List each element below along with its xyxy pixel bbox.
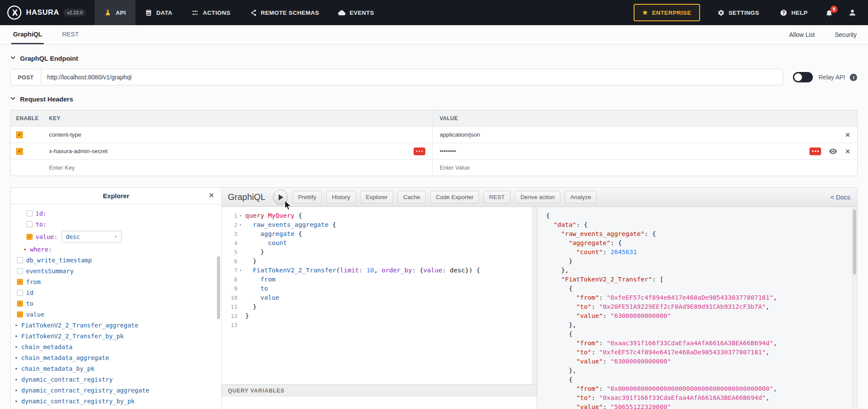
- tab-graphiql[interactable]: GraphiQL: [11, 25, 44, 44]
- explorer-label[interactable]: db_write_timestamp: [26, 257, 92, 264]
- enterprise-button[interactable]: ★ ENTERPRISE: [634, 4, 700, 21]
- toolbar-button-rest[interactable]: REST: [483, 191, 510, 203]
- allow-list-link[interactable]: Allow List: [789, 31, 815, 38]
- header-value[interactable]: application/json: [440, 131, 480, 138]
- secret-chip-icon[interactable]: [414, 147, 425, 155]
- explorer-label[interactable]: where:: [30, 246, 52, 253]
- response-scrollbar-thumb[interactable]: [853, 209, 856, 275]
- expand-arrow-icon[interactable]: ▸: [13, 376, 20, 382]
- security-link[interactable]: Security: [835, 31, 857, 38]
- explorer-scrollbar-thumb[interactable]: [217, 256, 220, 319]
- explorer-item-FiatTokenV2_2_Transfer_aggregate[interactable]: ▸FiatTokenV2_2_Transfer_aggregate: [11, 320, 221, 330]
- explorer-checkbox[interactable]: [17, 268, 23, 274]
- explorer-item-dynamic_contract_registry_aggregate[interactable]: ▸dynamic_contract_registry_aggregate: [11, 385, 221, 396]
- explorer-label[interactable]: value: [26, 311, 44, 318]
- user-menu-button[interactable]: [842, 5, 863, 20]
- explorer-tree[interactable]: id:to:✓value:desc▾▸where:db_write_timest…: [11, 204, 221, 409]
- explorer-label[interactable]: id: [26, 289, 33, 296]
- explorer-label[interactable]: to:: [36, 221, 46, 228]
- query-variables-editor[interactable]: [222, 397, 537, 409]
- explorer-label[interactable]: dynamic_contract_registry_by_pk: [21, 398, 135, 405]
- expand-arrow-icon[interactable]: ▸: [13, 366, 20, 371]
- expand-arrow-icon[interactable]: ▸: [13, 322, 20, 328]
- expand-arrow-icon[interactable]: ▸: [13, 333, 20, 339]
- explorer-checkbox[interactable]: ✓: [17, 301, 23, 307]
- response-scrollbar[interactable]: [852, 207, 857, 409]
- explorer-checkbox[interactable]: ✓: [17, 279, 23, 285]
- endpoint-url-input[interactable]: [41, 69, 783, 85]
- help-button[interactable]: HELP: [770, 9, 817, 16]
- header-key[interactable]: x-hasura-admin-secret: [49, 148, 108, 154]
- explorer-item-to[interactable]: to:: [11, 219, 221, 229]
- explorer-checkbox[interactable]: [17, 290, 23, 296]
- expand-arrow-icon[interactable]: ▸: [13, 355, 20, 360]
- expand-arrow-icon[interactable]: ▸: [22, 246, 28, 252]
- explorer-item-from[interactable]: ✓from: [11, 276, 221, 287]
- header-value-masked[interactable]: ••••••••: [440, 148, 456, 154]
- enum-select[interactable]: desc▾: [62, 231, 122, 242]
- explorer-item-dynamic_contract_registry[interactable]: ▸dynamic_contract_registry: [11, 374, 221, 385]
- toolbar-button-prettify[interactable]: Prettify: [293, 191, 322, 203]
- explorer-checkbox[interactable]: ✓: [26, 234, 33, 240]
- query-editor[interactable]: 1▾2▾34567▾8910111213 query MyQuery { raw…: [222, 207, 537, 384]
- explorer-label[interactable]: chain_metadata_by_pk: [21, 365, 95, 372]
- explorer-item-eventsSummary[interactable]: eventsSummary: [11, 265, 221, 276]
- query-variables-bar[interactable]: QUERY VARIABLES: [222, 384, 537, 397]
- secret-chip-icon[interactable]: [809, 147, 821, 155]
- explorer-label[interactable]: chain_metadata: [21, 344, 72, 350]
- expand-arrow-icon[interactable]: ▸: [13, 398, 20, 404]
- toolbar-button-analyze[interactable]: Analyze: [565, 191, 597, 203]
- nav-item-actions[interactable]: ACTIONS: [182, 0, 240, 25]
- explorer-item-FiatTokenV2_2_Transfer_by_pk[interactable]: ▸FiatTokenV2_2_Transfer_by_pk: [11, 330, 221, 341]
- explorer-label[interactable]: FiatTokenV2_2_Transfer_aggregate: [21, 322, 138, 329]
- close-icon[interactable]: ✕: [209, 191, 214, 200]
- explorer-item-to[interactable]: ✓to: [11, 298, 221, 309]
- header-key[interactable]: content-type: [49, 131, 81, 138]
- explorer-label[interactable]: dynamic_contract_registry: [21, 376, 113, 383]
- toolbar-button-code-exporter[interactable]: Code Exporter: [430, 191, 479, 203]
- explorer-item-id[interactable]: id:: [11, 208, 221, 219]
- explorer-checkbox[interactable]: [26, 221, 33, 227]
- tab-rest[interactable]: REST: [60, 25, 81, 44]
- query-code[interactable]: query MyQuery { raw_events_aggregate { a…: [243, 207, 537, 384]
- endpoint-section-header[interactable]: GraphQL Endpoint: [10, 54, 858, 62]
- docs-link[interactable]: < Docs: [830, 194, 850, 201]
- explorer-label[interactable]: from: [26, 278, 41, 285]
- fold-arrow-icon[interactable]: ▾: [237, 211, 243, 220]
- explorer-label[interactable]: chain_metadata_aggregate: [21, 354, 109, 361]
- nav-item-data[interactable]: DATA: [135, 0, 182, 25]
- explorer-checkbox[interactable]: ✓: [17, 311, 23, 317]
- explorer-label[interactable]: id:: [36, 210, 46, 217]
- toolbar-button-explorer[interactable]: Explorer: [360, 191, 393, 203]
- explorer-label[interactable]: to: [26, 300, 33, 307]
- explorer-checkbox[interactable]: [26, 210, 33, 216]
- enable-checkbox[interactable]: ✓: [16, 148, 23, 155]
- remove-header-button[interactable]: ✕: [845, 148, 850, 155]
- explorer-item-db_write_timestamp[interactable]: db_write_timestamp: [11, 255, 221, 265]
- explorer-item-value[interactable]: ✓value:desc▾: [11, 229, 221, 244]
- brand[interactable]: HASURA v2.23.0: [0, 0, 95, 25]
- explorer-label[interactable]: FiatTokenV2_2_Transfer_by_pk: [21, 333, 124, 340]
- execute-query-button[interactable]: [273, 190, 288, 205]
- explorer-item-value[interactable]: ✓value: [11, 309, 221, 320]
- reveal-value-button[interactable]: [829, 148, 837, 154]
- fold-arrow-icon[interactable]: ▾: [237, 266, 243, 275]
- notifications-button[interactable]: 9: [819, 4, 840, 21]
- expand-arrow-icon[interactable]: ▸: [13, 387, 20, 393]
- enable-checkbox[interactable]: ✓: [16, 131, 23, 138]
- remove-header-button[interactable]: ✕: [845, 131, 850, 138]
- toolbar-button-history[interactable]: History: [326, 191, 356, 203]
- request-headers-section-header[interactable]: Request Headers: [10, 95, 858, 103]
- relay-api-toggle[interactable]: [793, 72, 813, 82]
- expand-arrow-icon[interactable]: ▸: [13, 344, 20, 350]
- explorer-item-id[interactable]: id: [11, 287, 221, 298]
- explorer-item-chain_metadata_aggregate[interactable]: ▸chain_metadata_aggregate: [11, 352, 221, 363]
- explorer-item-dynamic_contract_registry_by_pk[interactable]: ▸dynamic_contract_registry_by_pk: [11, 396, 221, 406]
- explorer-label[interactable]: value:: [36, 233, 58, 240]
- explorer-item-where[interactable]: ▸where:: [11, 244, 221, 255]
- editor-scrollbar[interactable]: [532, 207, 537, 384]
- toolbar-button-cache[interactable]: Cache: [398, 191, 426, 203]
- explorer-label[interactable]: eventsSummary: [26, 268, 74, 275]
- info-icon[interactable]: i: [850, 74, 857, 81]
- settings-button[interactable]: SETTINGS: [708, 9, 769, 16]
